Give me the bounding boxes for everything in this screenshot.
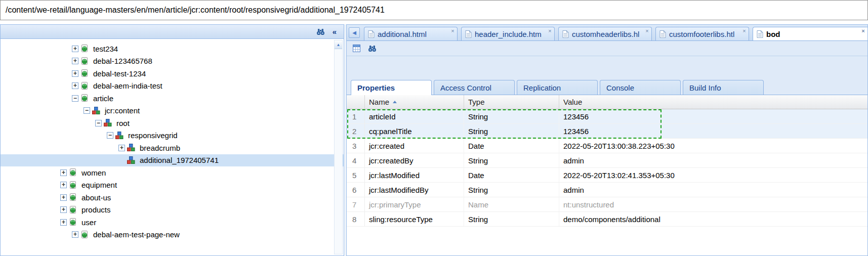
tab-replication[interactable]: Replication [517, 80, 598, 95]
tree-node-debal-123465768[interactable]: +debal-123465768 [1, 55, 344, 68]
editor-tab-header_include.htm[interactable]: header_include.htm× [461, 27, 555, 40]
close-tab-icon[interactable]: × [741, 28, 748, 34]
close-tab-icon[interactable]: × [644, 28, 650, 34]
tree-node-debal-aem-test-page-new[interactable]: +debal-aem-test-page-new [1, 229, 344, 241]
expand-icon[interactable]: + [60, 219, 67, 226]
grid-body: 1articleIdString1234562cq:panelTitleStri… [347, 109, 867, 255]
grid-header: Name Type Value [347, 95, 867, 109]
tree-node-about-us[interactable]: +about-us [1, 191, 344, 204]
expand-icon[interactable]: + [60, 169, 67, 176]
tree-node-user[interactable]: +user [1, 216, 344, 229]
tree-node-equipment[interactable]: +equipment [1, 179, 344, 192]
property-row-jcr:lastModified[interactable]: 5jcr:lastModifiedDate2022-05-20T13:02:41… [347, 168, 867, 183]
tree-scrollbar[interactable]: ▲ [334, 40, 343, 254]
property-type: String [464, 153, 559, 167]
expand-icon[interactable]: + [118, 145, 125, 151]
editor-tab-bod[interactable]: bod× [753, 27, 867, 40]
editor-tab-label: header_include.htm [475, 30, 542, 38]
tab-build-info[interactable]: Build Info [683, 80, 764, 95]
property-row-jcr:created[interactable]: 3jcr:createdDate2022-05-20T13:00:38.223+… [347, 139, 867, 153]
column-header-value[interactable]: Value [559, 95, 867, 109]
tree-node-debal-test-1234[interactable]: +debal-test-1234 [1, 67, 344, 80]
property-row-jcr:primaryType[interactable]: 7jcr:primaryTypeNament:unstructured [347, 197, 867, 212]
expand-icon[interactable]: + [72, 70, 78, 77]
close-tab-icon[interactable]: × [547, 28, 553, 34]
property-name: jcr:lastModifiedBy [365, 183, 464, 197]
tree-node-root[interactable]: −root [1, 117, 344, 130]
property-value: admin [559, 186, 867, 194]
tree-node-article[interactable]: −article [1, 92, 344, 105]
editor-spacer [347, 56, 867, 78]
row-number: 4 [347, 153, 365, 167]
expand-icon[interactable]: + [60, 194, 67, 201]
expand-icon[interactable]: + [60, 206, 67, 213]
collapse-icon[interactable]: − [95, 120, 102, 126]
property-row-sling:resourceType[interactable]: 8sling:resourceTypeStringdemo/components… [347, 212, 867, 227]
editor-tab-additional.html[interactable]: additional.html× [364, 27, 458, 40]
property-name: jcr:lastModified [365, 168, 464, 182]
tree-node-responsivegrid[interactable]: −responsivegrid [1, 130, 344, 142]
path-bar[interactable]: /content/we-retail/language-masters/en/m… [0, 0, 868, 20]
tab-console[interactable]: Console [600, 80, 681, 95]
tree-node-additional_1972405741[interactable]: additional_1972405741 [1, 154, 344, 167]
property-row-cq:panelTitle[interactable]: 2cq:panelTitleString123456 [347, 124, 867, 139]
collapse-icon[interactable]: − [84, 107, 90, 114]
property-row-articleId[interactable]: 1articleIdString123456 [347, 109, 867, 124]
row-number: 1 [347, 109, 365, 123]
tree-node-label: debal-test-1234 [91, 69, 148, 78]
page-icon [80, 94, 89, 102]
tree-node-label: jcr:content [103, 106, 142, 115]
path-text: /content/we-retail/language-masters/en/m… [6, 6, 385, 15]
editor-tab-label: customheaderlibs.hl [572, 30, 639, 38]
scroll-up-icon[interactable]: ▲ [335, 40, 342, 49]
scroll-tabs-left-icon[interactable]: ◀ [349, 27, 360, 38]
column-header-rownum[interactable] [347, 95, 365, 109]
property-name: jcr:createdBy [365, 153, 464, 167]
search-icon[interactable] [366, 43, 378, 54]
property-value: nt:unstructured [559, 200, 867, 209]
collapse-icon[interactable]: − [107, 132, 113, 139]
property-type: String [464, 109, 559, 123]
editor-tab-customfooterlibs.htl[interactable]: customfooterlibs.htl× [655, 27, 749, 40]
page-icon [80, 57, 89, 65]
tree-node-women[interactable]: +women [1, 166, 344, 179]
editor-tab-label: bod [766, 30, 780, 38]
properties-tab-bar: PropertiesAccess ControlReplicationConso… [347, 78, 867, 95]
page-icon [80, 45, 89, 53]
column-header-type[interactable]: Type [464, 95, 559, 109]
tree-node-debal-aem-india-test[interactable]: +debal-aem-india-test [1, 80, 344, 93]
expand-icon[interactable]: + [72, 58, 78, 64]
document-icon [562, 30, 569, 38]
tree-node-label: equipment [79, 180, 119, 190]
expand-icon[interactable]: + [60, 182, 67, 188]
tree-node-jcr:content[interactable]: −jcr:content [1, 105, 344, 117]
close-tab-icon[interactable]: × [449, 28, 456, 34]
column-label: Value [563, 98, 582, 106]
page-icon [80, 82, 89, 90]
find-icon[interactable] [314, 26, 326, 37]
sort-ascending-icon [393, 101, 397, 103]
editor-tab-label: customfooterlibs.htl [669, 30, 734, 38]
tab-properties[interactable]: Properties [351, 80, 432, 95]
tree-panel-header: « [1, 25, 344, 39]
close-tab-icon[interactable]: × [860, 28, 866, 34]
property-name: articleId [365, 109, 464, 123]
property-row-jcr:lastModifiedBy[interactable]: 6jcr:lastModifiedByStringadmin [347, 183, 867, 197]
tree-node-breadcrumb[interactable]: +breadcrumb [1, 142, 344, 154]
collapse-icon[interactable]: − [72, 95, 78, 102]
property-name: cq:panelTitle [365, 124, 464, 138]
node-grid-icon[interactable] [351, 43, 362, 54]
expand-icon[interactable]: + [72, 82, 78, 89]
collapse-panel-icon[interactable]: « [328, 26, 341, 37]
property-row-jcr:createdBy[interactable]: 4jcr:createdByStringadmin [347, 153, 867, 168]
expand-icon[interactable]: + [72, 46, 78, 52]
editor-tab-customheaderlibs.hl[interactable]: customheaderlibs.hl× [558, 27, 652, 40]
column-header-name[interactable]: Name [365, 95, 464, 109]
tree-node-label: article [91, 94, 115, 103]
expand-icon[interactable]: + [72, 231, 78, 238]
tree-node-test234[interactable]: +test234 [1, 42, 344, 55]
property-name: jcr:created [365, 139, 464, 153]
page-icon [69, 193, 77, 201]
tree-node-products[interactable]: +products [1, 204, 344, 217]
tab-access-control[interactable]: Access Control [434, 80, 515, 95]
